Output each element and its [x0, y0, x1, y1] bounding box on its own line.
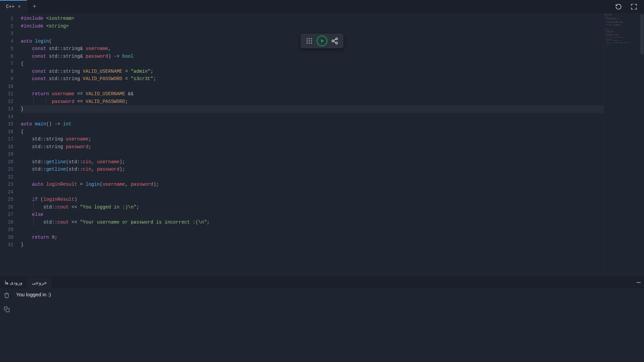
- scrollbar-thumb[interactable]: [640, 14, 644, 54]
- code-line[interactable]: std::string password;: [20, 143, 604, 151]
- svg-point-0: [307, 38, 308, 40]
- panel-tab-output[interactable]: خروجی: [27, 277, 52, 288]
- svg-rect-15: [6, 309, 9, 312]
- code-line[interactable]: [20, 226, 604, 234]
- code-line[interactable]: }: [20, 105, 604, 113]
- line-number: 23: [0, 181, 13, 188]
- trash-icon[interactable]: [3, 292, 10, 299]
- code-line[interactable]: [20, 173, 604, 181]
- code-line[interactable]: else: [20, 211, 604, 219]
- apps-icon[interactable]: [304, 36, 315, 46]
- add-tab-button[interactable]: +: [27, 0, 42, 13]
- line-number: 20: [0, 158, 13, 166]
- code-line[interactable]: return username == VALID_USERNAME &&: [20, 90, 604, 98]
- line-number: 19: [0, 150, 13, 158]
- code-line[interactable]: auto loginResult = login(username, passw…: [20, 181, 604, 188]
- line-number: 17: [0, 135, 13, 143]
- svg-line-14: [334, 41, 336, 43]
- line-number: 22: [0, 173, 13, 181]
- action-bar: [301, 34, 343, 48]
- line-number: 29: [0, 226, 13, 234]
- code-line[interactable]: if (loginResult): [20, 196, 604, 203]
- svg-line-13: [334, 39, 336, 41]
- svg-point-4: [309, 40, 310, 42]
- tab-bar: C++ × +: [0, 0, 644, 13]
- panel-tabs: ورودی ها خروجی —: [0, 277, 644, 288]
- svg-point-12: [336, 42, 338, 44]
- code-line[interactable]: {: [20, 60, 604, 68]
- code-line[interactable]: [20, 83, 604, 90]
- code-line[interactable]: std::string username;: [20, 135, 604, 143]
- code-area[interactable]: 1234567891011121314151617181920212223242…: [0, 13, 604, 277]
- code-line[interactable]: [20, 188, 604, 196]
- line-number: 13: [0, 105, 13, 113]
- line-number: 1: [0, 15, 13, 22]
- line-number: 3: [0, 30, 13, 38]
- svg-marker-9: [321, 39, 324, 42]
- code-line[interactable]: {: [20, 128, 604, 136]
- svg-point-2: [311, 38, 312, 40]
- svg-point-3: [307, 40, 308, 42]
- line-number: 12: [0, 98, 13, 106]
- svg-point-1: [309, 38, 310, 40]
- line-number: 26: [0, 203, 13, 211]
- line-number: 6: [0, 53, 13, 60]
- code-line[interactable]: const std::string& password) -> bool: [20, 53, 604, 60]
- code-line[interactable]: #include <string>: [20, 22, 604, 30]
- copy-icon[interactable]: [3, 306, 10, 313]
- tab-cpp[interactable]: C++ ×: [0, 0, 27, 13]
- code-line[interactable]: std::getline(std::cin, username);: [20, 158, 604, 166]
- code-line[interactable]: [20, 113, 604, 121]
- code-line[interactable]: const std::string VALID_PASSWORD = "s3cr…: [20, 75, 604, 83]
- svg-point-7: [309, 43, 310, 44]
- line-number: 14: [0, 113, 13, 121]
- line-number: 27: [0, 211, 13, 219]
- code-line[interactable]: }: [20, 241, 604, 249]
- gutter: 1234567891011121314151617181920212223242…: [0, 13, 20, 277]
- output-panel: ورودی ها خروجی — You logged in :): [0, 277, 644, 362]
- code-line[interactable]: std::getline(std::cin, password);: [20, 166, 604, 173]
- line-number: 4: [0, 38, 13, 45]
- tab-title: C++: [6, 4, 14, 9]
- line-number: 8: [0, 68, 13, 75]
- code-line[interactable]: auto main() -> int: [20, 120, 604, 128]
- line-number: 9: [0, 75, 13, 83]
- reload-icon[interactable]: [614, 2, 623, 11]
- panel-side: [0, 288, 13, 362]
- code[interactable]: #include <iostream>#include <string>auto…: [20, 13, 604, 277]
- code-line[interactable]: [20, 150, 604, 158]
- svg-point-10: [336, 38, 338, 40]
- line-number: 30: [0, 234, 13, 241]
- minimap[interactable]: #include <iostream>#include <string>auto…: [604, 13, 644, 277]
- line-number: 28: [0, 219, 13, 226]
- line-number: 21: [0, 166, 13, 173]
- line-number: 16: [0, 128, 13, 136]
- close-icon[interactable]: ×: [18, 4, 21, 9]
- minimize-icon[interactable]: —: [637, 279, 641, 286]
- line-number: 7: [0, 60, 13, 68]
- svg-point-5: [311, 40, 312, 42]
- share-icon[interactable]: [329, 36, 340, 46]
- scrollbar[interactable]: [640, 14, 644, 276]
- fullscreen-icon[interactable]: [629, 2, 639, 11]
- code-line[interactable]: return 0;: [20, 234, 604, 241]
- output-text: You logged in :): [13, 288, 644, 362]
- code-line[interactable]: password == VALID_PASSWORD;: [20, 98, 604, 106]
- line-number: 18: [0, 143, 13, 151]
- line-number: 11: [0, 90, 13, 98]
- code-line[interactable]: #include <iostream>: [20, 15, 604, 22]
- line-number: 15: [0, 120, 13, 128]
- line-number: 5: [0, 45, 13, 53]
- code-line[interactable]: std::cout << "You logged in :)\n";: [20, 203, 604, 211]
- code-line[interactable]: std::cout << "Your username or password …: [20, 219, 604, 226]
- line-number: 2: [0, 22, 13, 30]
- panel-tab-inputs[interactable]: ورودی ها: [0, 277, 27, 288]
- line-number: 31: [0, 241, 13, 249]
- svg-point-11: [332, 40, 334, 42]
- editor: 1234567891011121314151617181920212223242…: [0, 13, 644, 277]
- line-number: 25: [0, 196, 13, 203]
- run-button[interactable]: [317, 36, 327, 46]
- code-line[interactable]: const std::string VALID_USERNAME = "admi…: [20, 68, 604, 75]
- svg-point-6: [307, 43, 308, 44]
- line-number: 10: [0, 83, 13, 90]
